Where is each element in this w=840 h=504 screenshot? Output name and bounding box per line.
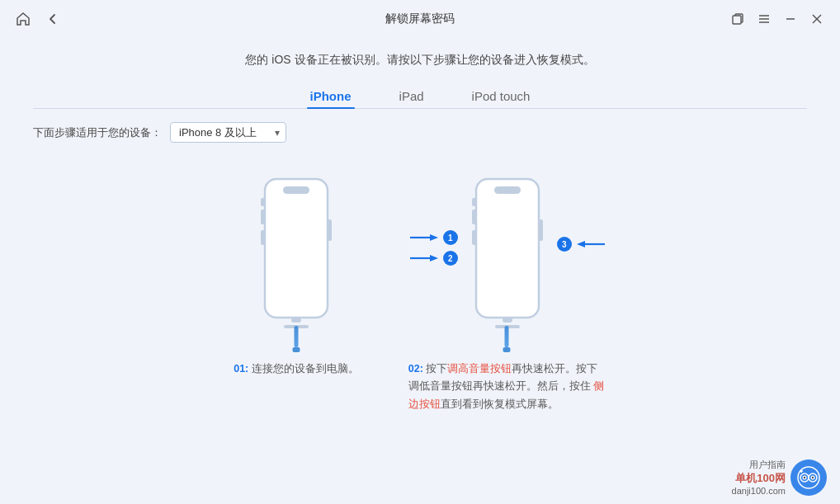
window-title: 解锁屏幕密码	[385, 12, 455, 26]
minimize-button[interactable]	[781, 9, 800, 29]
svg-rect-20	[539, 219, 543, 241]
device-tabs: iPhone iPad iPod touch	[33, 84, 807, 109]
titlebar-right	[728, 9, 827, 29]
svg-rect-12	[328, 219, 332, 241]
usb-cable	[292, 326, 300, 352]
svg-marker-28	[577, 241, 585, 247]
device-selector-row: 下面步骤适用于您的设备： iPhone 8 及以上 iPhone 7 iPhon…	[33, 122, 807, 143]
content-area: 您的 iOS 设备正在被识别。请按以下步骤让您的设备进入恢复模式。 iPhone…	[0, 38, 840, 504]
svg-rect-14	[291, 318, 301, 323]
svg-marker-26	[430, 255, 438, 261]
tab-ipod[interactable]: iPod touch	[469, 84, 534, 108]
device-select-wrapper[interactable]: iPhone 8 及以上 iPhone 7 iPhone 6s 及以下	[170, 122, 286, 143]
svg-rect-22	[503, 318, 512, 323]
watermark-icon	[790, 459, 827, 496]
watermark: 用户指南 单机100网 danji100.com	[732, 459, 827, 496]
svg-rect-9	[261, 210, 265, 224]
circle-1: 1	[443, 230, 458, 245]
circle-3: 3	[557, 237, 572, 252]
svg-rect-16	[494, 186, 521, 194]
step1-num: 01:	[234, 363, 252, 374]
circle-2: 2	[443, 251, 458, 266]
step2-illustration: 1 2	[408, 163, 606, 352]
back-button[interactable]	[43, 9, 63, 29]
svg-point-34	[804, 476, 805, 478]
device-selector-label: 下面步骤适用于您的设备：	[33, 125, 162, 140]
tab-ipad[interactable]: iPad	[396, 84, 427, 108]
device-select[interactable]: iPhone 8 及以上 iPhone 7 iPhone 6s 及以下	[170, 122, 286, 143]
close-button[interactable]	[807, 9, 827, 29]
step1-phone-svg	[255, 175, 337, 340]
home-button[interactable]	[13, 9, 33, 29]
restore-button[interactable]	[728, 9, 748, 29]
svg-rect-11	[261, 198, 265, 206]
step2-cable	[503, 326, 510, 352]
titlebar-left	[13, 9, 63, 29]
step1-block: 01: 连接您的设备到电脑。	[234, 163, 359, 378]
step2-phone-svg	[466, 175, 549, 340]
svg-rect-17	[472, 210, 476, 224]
svg-marker-24	[430, 234, 438, 241]
svg-rect-18	[472, 230, 476, 245]
step2-description: 02: 按下调高音量按钮再快速松开。按下调低音量按钮再快速松开。然后，按住 侧边…	[408, 360, 606, 413]
svg-rect-7	[265, 179, 328, 318]
svg-point-35	[812, 476, 814, 478]
step2-arrow2: 2	[408, 251, 458, 266]
steps-container: 01: 连接您的设备到电脑。	[33, 163, 807, 413]
svg-rect-19	[472, 198, 476, 206]
watermark-text: 用户指南 单机100网 danji100.com	[732, 459, 786, 496]
step1-illustration	[251, 163, 342, 352]
step2-arrow1: 1	[408, 230, 458, 245]
main-window: 解锁屏幕密码	[0, 0, 840, 504]
step2-arrow3: 3	[557, 237, 606, 252]
svg-rect-8	[283, 186, 309, 194]
titlebar: 解锁屏幕密码	[0, 0, 840, 38]
step2-block: 1 2	[408, 163, 606, 413]
svg-rect-10	[261, 230, 265, 245]
menu-button[interactable]	[754, 9, 774, 29]
step2-num: 02:	[408, 363, 427, 374]
tab-iphone[interactable]: iPhone	[307, 84, 355, 108]
step1-description: 01: 连接您的设备到电脑。	[234, 360, 359, 378]
subtitle-text: 您的 iOS 设备正在被识别。请按以下步骤让您的设备进入恢复模式。	[245, 53, 594, 68]
svg-rect-15	[476, 179, 539, 318]
svg-rect-0	[733, 16, 741, 24]
